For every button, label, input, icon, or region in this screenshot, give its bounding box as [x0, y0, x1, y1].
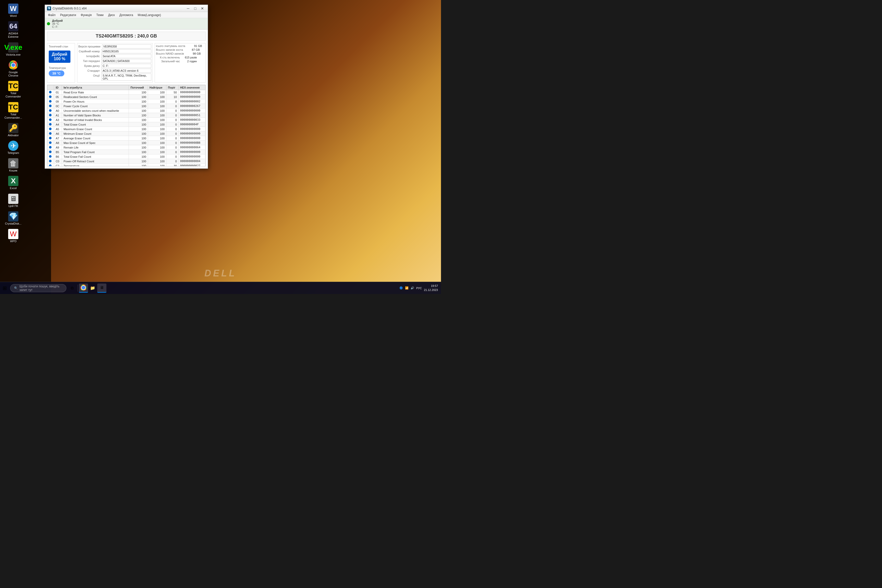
aida64-icon: 64 [8, 21, 18, 32]
row-worst: 100 [148, 131, 166, 136]
row-thresh: 0 [166, 122, 178, 127]
row-dot-cell [48, 99, 54, 104]
row-current: 100 [129, 118, 148, 122]
row-name: Power Cycle Count [62, 104, 129, 108]
start-button[interactable]: ⊞ [0, 284, 9, 293]
close-button[interactable]: ✕ [199, 6, 206, 11]
row-current: 100 [129, 104, 148, 108]
row-name: Power-On Hours [62, 99, 129, 104]
desktop-icon-aktivator[interactable]: 🔑 Aktivator [3, 122, 24, 138]
wpd-icon: W [8, 229, 18, 239]
row-current: 100 [129, 136, 148, 141]
desktop-icon-victoria[interactable]: V.exe Victoria.exe [3, 41, 24, 57]
taskbar-explorer[interactable]: 📁 [88, 284, 97, 293]
table-row: A3 Number of Initial Invalid Blocks 100 … [48, 118, 206, 122]
row-id: A3 [54, 118, 62, 122]
desktop-icon-crystaldisk[interactable]: 💎 CrystalDisk... [3, 210, 24, 226]
row-current: 100 [129, 122, 148, 127]
row-current: 100 [129, 141, 148, 145]
row-id: A6 [54, 131, 62, 136]
crystaldisk-icon: 💎 [8, 212, 18, 222]
right-stats-panel: ісього зчитувань хоста 91 GB Всього запи… [154, 43, 206, 82]
menu-themes[interactable]: Теми [94, 13, 105, 17]
desktop-icon-tc1[interactable]: TC Total Commander [3, 80, 24, 99]
row-hex: 000000000027 [178, 164, 205, 166]
table-row: B6 Total Erase Fail Count 100 100 0 0000… [48, 154, 206, 159]
interface-value: Serial ATA [101, 54, 152, 58]
desktop-icon-aida64[interactable]: 64 AIDA64 Extreme [3, 20, 24, 39]
row-worst: 100 [148, 122, 166, 127]
word-label: Word [10, 14, 16, 18]
crystaldiskinfo-window: 💎 CrystalDiskInfo 9.0.1 x64 ─ □ ✕ Файл Р… [45, 4, 208, 169]
taskbar-chrome[interactable] [79, 284, 88, 293]
desktop-icon-chrome[interactable]: Google Chrome [3, 59, 24, 78]
row-id: A8 [54, 141, 62, 145]
language-indicator[interactable]: РУС [416, 286, 422, 290]
desktop-icon-excel[interactable]: X Excel [3, 175, 24, 191]
smart-table-wrapper[interactable]: ID Ім'я атрибута Поточний Найгірше Поріг… [47, 85, 206, 166]
health-panel: Технічний стан Добрий 100 % Температура … [47, 43, 75, 82]
row-current: 100 [129, 94, 148, 99]
tech-state-label: Технічний стан [49, 45, 68, 48]
info-grid: Технічний стан Добрий 100 % Температура … [47, 43, 206, 82]
clock-date: 21.12.2023 [424, 288, 438, 292]
options-label: Опції [78, 74, 101, 77]
taskbar-search[interactable]: 🔍 Щоби почати пошук, введіть запит тут [10, 284, 66, 292]
desktop-icon-wpd[interactable]: W WPD [3, 228, 24, 244]
standard-value: ACS-3 | ATA8-ACS version 6 [101, 69, 152, 73]
fields-panel: Версія прошивки VE0R6358 Серійний номер … [77, 43, 153, 82]
menu-help[interactable]: Допомога [117, 13, 135, 17]
row-name: Reallocated Sectors Count [62, 94, 129, 99]
task-view-button[interactable]: ⧉ [68, 284, 76, 293]
tc1-label: Total Commander [4, 92, 22, 98]
table-row: 09 Power-On Hours 100 100 0 000000000002 [48, 99, 206, 104]
chrome-icon [8, 60, 18, 70]
menu-file[interactable]: Файл [46, 13, 58, 17]
row-name: Total Erase Fail Count [62, 154, 129, 159]
table-row: C2 Temperature 100 100 30 000000000027 [48, 164, 206, 166]
row-current: 100 [129, 113, 148, 118]
menu-language[interactable]: Мова(Language) [136, 13, 163, 17]
desktop-icon-telegram[interactable]: ✈ Telegram [3, 140, 24, 156]
row-current: 100 [129, 131, 148, 136]
menu-edit[interactable]: Редагувати [58, 13, 78, 17]
desktop-icon-tc2[interactable]: TC Total Commander... [3, 101, 24, 120]
serial-label: Серійний номер [78, 50, 101, 53]
menu-function[interactable]: Функція [79, 13, 94, 17]
row-thresh: 0 [166, 150, 178, 154]
total-time-row: Загальний час 2 годин [156, 60, 204, 63]
letter-value: C: F: [101, 64, 152, 68]
maximize-button[interactable]: □ [192, 6, 198, 11]
dell-logo: DELL [204, 268, 237, 279]
row-dot-cell [48, 90, 54, 94]
taskbar-clock[interactable]: 19:57 21.12.2023 [424, 284, 438, 292]
host-reads-row: ісього зчитувань хоста 91 GB [156, 44, 204, 48]
row-dot-cell [48, 108, 54, 113]
desktop-icon-word[interactable]: W Word [3, 3, 24, 19]
row-id: A5 [54, 127, 62, 131]
menu-disk[interactable]: Диск [106, 13, 117, 17]
row-id: B6 [54, 154, 62, 159]
row-hex: 000000000000 [178, 94, 205, 99]
row-current: 100 [129, 99, 148, 104]
firmware-value: VE0R6358 [102, 44, 152, 48]
excel-label: Excel [10, 186, 17, 190]
aktivator-icon: 🔑 [8, 123, 18, 133]
row-worst: 100 [148, 108, 166, 113]
table-row: A7 Average Erase Count 100 100 0 0000000… [48, 136, 206, 141]
minimize-button[interactable]: ─ [185, 6, 191, 11]
row-name: Read Error Rate [62, 90, 129, 94]
col-dot [48, 85, 54, 90]
row-dot-cell [48, 150, 54, 154]
row-dot-cell [48, 118, 54, 122]
row-hex: 000000000000 [178, 108, 205, 113]
taskbar-app3[interactable]: 🖥 [97, 284, 106, 293]
taskbar-system-tray: 🔵 📶 🔊 РУС 19:57 21.12.2023 [399, 284, 441, 292]
row-worst: 100 [148, 90, 166, 94]
table-row: A6 Minimum Erase Count 100 100 0 0000000… [48, 131, 206, 136]
telegram-icon: ✈ [8, 141, 18, 151]
host-writes-value: 87 GB [184, 48, 200, 51]
desktop-icon-korzyna[interactable]: 🗑 Кошик [3, 157, 24, 173]
totalcommander2-icon: TC [8, 102, 18, 112]
desktop-icon-thispc[interactable]: 🖥 Цей ПК [3, 193, 24, 209]
